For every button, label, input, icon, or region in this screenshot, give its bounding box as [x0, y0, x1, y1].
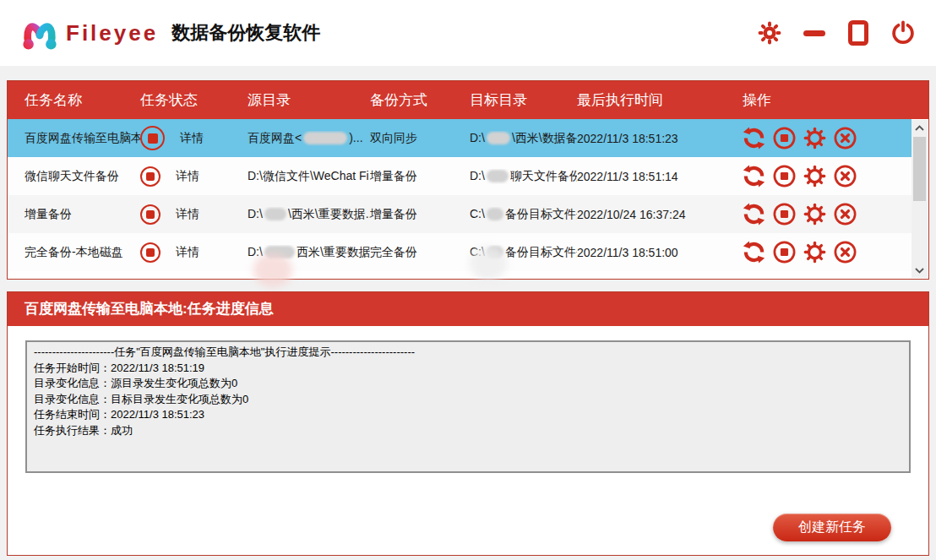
table-row[interactable]: 百度网盘传输至电脑本地详情百度网盘<)...双向同步D:\\西米\数据备...2… — [8, 119, 912, 157]
source-path: D:\微信文件\WeChat Fi... — [248, 169, 370, 184]
gear-icon[interactable] — [803, 165, 826, 188]
last-run-time: 2022/10/24 16:37:24 — [577, 208, 743, 221]
app-header: Fileyee 数据备份恢复软件 — [0, 0, 936, 66]
column-header: 操作 — [743, 90, 928, 110]
brand-name: Fileyee — [66, 20, 158, 46]
task-status-cell: 详情 — [140, 204, 248, 225]
backup-method: 双向同步 — [370, 131, 470, 146]
actions-cell — [743, 165, 912, 188]
detail-link[interactable]: 详情 — [176, 169, 199, 184]
gear-icon[interactable] — [803, 241, 826, 264]
task-status-cell: 详情 — [140, 242, 248, 263]
log-line: 目录变化信息：目标目录发生变化项总数为0 — [34, 392, 902, 408]
sync-icon[interactable] — [743, 127, 765, 150]
sync-icon[interactable] — [743, 241, 765, 264]
scrollbar-thumb[interactable] — [913, 137, 926, 201]
redacted-text — [264, 246, 295, 258]
task-name: 完全备份-本地磁盘 — [24, 245, 140, 260]
delete-icon[interactable] — [834, 127, 857, 150]
column-header: 任务名称 — [24, 90, 140, 110]
table-row[interactable]: 微信聊天文件备份详情D:\微信文件\WeChat Fi...增量备份D:\聊天文… — [8, 157, 912, 195]
progress-title: 百度网盘传输至电脑本地:任务进度信息 — [8, 292, 928, 326]
table-body: 百度网盘传输至电脑本地详情百度网盘<)...双向同步D:\\西米\数据备...2… — [8, 119, 912, 279]
column-header: 备份方式 — [370, 90, 470, 110]
progress-panel: 百度网盘传输至电脑本地:任务进度信息 ---------------------… — [7, 291, 929, 556]
task-name: 微信聊天文件备份 — [24, 169, 140, 184]
create-task-button[interactable]: 创建新任务 — [773, 514, 891, 541]
delete-icon[interactable] — [834, 241, 857, 264]
progress-log: ----------------------任务"百度网盘传输至电脑本地"执行进… — [25, 340, 911, 473]
redacted-text — [487, 132, 510, 144]
last-run-time: 2022/11/3 18:51:14 — [577, 170, 743, 183]
minimize-icon[interactable] — [803, 20, 826, 46]
maximize-icon[interactable] — [846, 20, 870, 46]
task-name: 增量备份 — [24, 207, 140, 222]
last-run-time: 2022/11/3 18:51:00 — [577, 246, 743, 259]
log-line: 任务开始时间：2022/11/3 18:51:19 — [34, 361, 902, 377]
scroll-down-icon[interactable] — [912, 263, 928, 278]
detail-link[interactable]: 详情 — [176, 245, 199, 260]
app-title: 数据备份恢复软件 — [171, 20, 320, 46]
last-run-time: 2022/11/3 18:51:23 — [577, 132, 743, 145]
log-line: ----------------------任务"百度网盘传输至电脑本地"执行进… — [34, 345, 902, 361]
target-path: C:\备份目标文件夹 — [470, 207, 577, 222]
column-header: 源目录 — [248, 90, 370, 110]
redacted-text — [264, 208, 286, 220]
sync-icon[interactable] — [743, 203, 765, 226]
stop-icon[interactable] — [773, 203, 796, 226]
fileyee-logo-icon — [20, 14, 59, 52]
column-header: 任务状态 — [140, 90, 248, 110]
gear-icon[interactable] — [803, 203, 826, 226]
stop-status-icon — [140, 166, 161, 187]
backup-method: 完全备份 — [370, 245, 470, 260]
column-header: 最后执行时间 — [577, 90, 743, 110]
delete-icon[interactable] — [834, 203, 857, 226]
redacted-text — [303, 132, 347, 144]
task-table-panel: 任务名称任务状态源目录备份方式目标目录最后执行时间操作 百度网盘传输至电脑本地详… — [7, 80, 929, 280]
detail-link[interactable]: 详情 — [180, 131, 204, 146]
actions-cell — [743, 203, 912, 226]
target-path: C:\备份目标文件夹 — [470, 245, 577, 260]
stop-icon[interactable] — [773, 241, 796, 264]
source-path: D:\西米\重要数据... — [248, 245, 370, 260]
task-status-cell: 详情 — [140, 166, 248, 187]
table-row[interactable]: 完全备份-本地磁盘详情D:\西米\重要数据...完全备份C:\备份目标文件夹20… — [8, 233, 912, 271]
stop-icon[interactable] — [773, 165, 796, 188]
gear-icon[interactable] — [803, 127, 826, 150]
stop-status-icon — [140, 126, 165, 150]
redacted-text — [487, 170, 509, 182]
task-status-cell: 详情 — [140, 126, 248, 150]
target-path: D:\\西米\数据备... — [470, 131, 577, 146]
actions-cell — [743, 241, 912, 264]
stop-status-icon — [140, 204, 161, 225]
log-line: 任务结束时间：2022/11/3 18:51:23 — [34, 407, 902, 423]
backup-method: 增量备份 — [370, 207, 470, 222]
scroll-up-icon[interactable] — [912, 120, 928, 135]
sync-icon[interactable] — [743, 165, 765, 188]
delete-icon[interactable] — [834, 165, 857, 188]
actions-cell — [743, 127, 912, 150]
source-path: D:\\西米\重要数据... — [248, 207, 370, 222]
stop-status-icon — [140, 242, 161, 263]
log-line: 目录变化信息：源目录发生变化项总数为0 — [34, 376, 902, 392]
power-icon[interactable] — [890, 20, 916, 46]
window-controls — [757, 20, 916, 46]
detail-link[interactable]: 详情 — [176, 207, 199, 222]
table-scrollbar[interactable] — [912, 120, 928, 278]
stop-icon[interactable] — [773, 127, 796, 150]
backup-method: 增量备份 — [370, 169, 470, 184]
target-path: D:\聊天文件备份 — [470, 169, 577, 184]
table-header: 任务名称任务状态源目录备份方式目标目录最后执行时间操作 — [8, 81, 928, 119]
table-row[interactable]: 增量备份详情D:\\西米\重要数据...增量备份C:\备份目标文件夹2022/1… — [8, 195, 912, 233]
log-line: 任务执行结果：成功 — [34, 423, 902, 439]
column-header: 目标目录 — [470, 90, 577, 110]
settings-icon[interactable] — [757, 20, 782, 46]
redacted-text — [487, 208, 503, 220]
task-name: 百度网盘传输至电脑本地 — [24, 131, 140, 146]
redacted-text — [487, 246, 503, 258]
source-path: 百度网盘<)... — [248, 131, 370, 146]
